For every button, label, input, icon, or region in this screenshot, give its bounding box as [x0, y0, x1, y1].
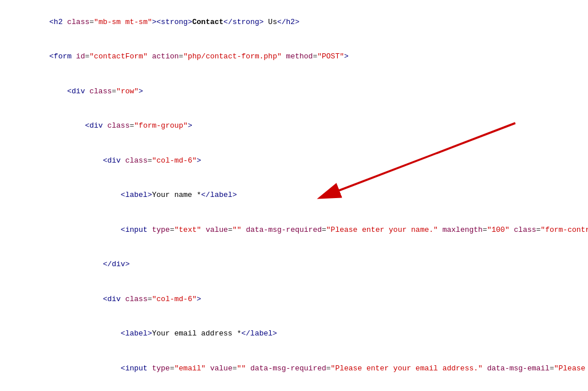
code-line: </div>	[0, 386, 588, 392]
code-line: <label>Your name *</label>	[0, 178, 588, 213]
code-line: <div class="form-group">	[0, 109, 588, 144]
upper-code-section: <h2 class="mb-sm mt-sm"><strong>Contact<…	[0, 0, 588, 391]
code-line: </div>	[0, 247, 588, 282]
code-editor: <h2 class="mb-sm mt-sm"><strong>Contact<…	[0, 0, 588, 391]
code-line: <h2 class="mb-sm mt-sm"><strong>Contact<…	[0, 5, 588, 40]
code-line: <input type="text" value="" data-msg-req…	[0, 212, 588, 247]
code-line: <div class="col-md-6">	[0, 282, 588, 317]
code-line: <div class="row">	[0, 74, 588, 109]
code-line: <div class="col-md-6">	[0, 143, 588, 178]
code-line: <form id="contactForm" action="php/conta…	[0, 40, 588, 74]
code-line: <input type="email" value="" data-msg-re…	[0, 351, 588, 386]
code-line: <label>Your email address *</label>	[0, 317, 588, 351]
